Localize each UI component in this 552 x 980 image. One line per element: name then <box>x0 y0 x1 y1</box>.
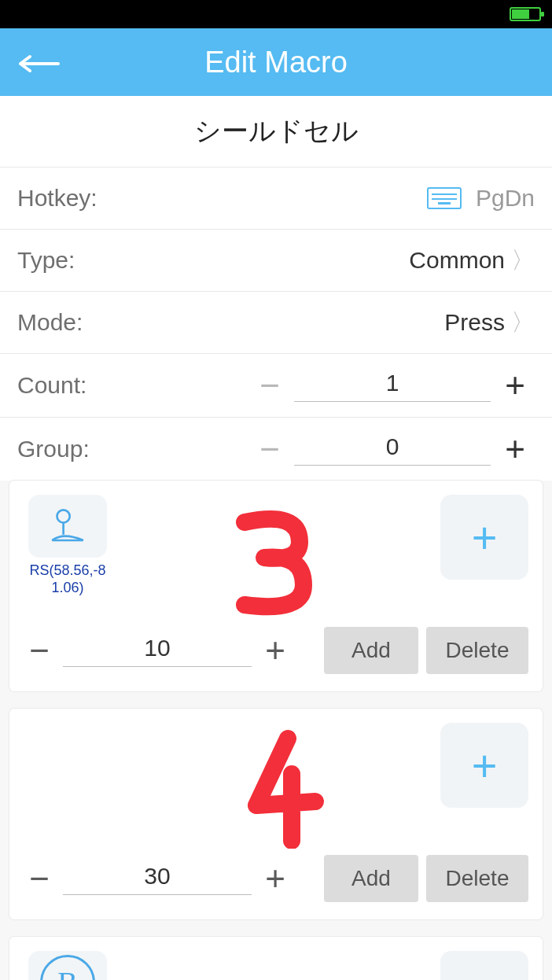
delay-plus-button[interactable]: + <box>259 631 291 670</box>
type-label: Type: <box>17 247 75 274</box>
count-row: Count: − 1 + <box>0 354 552 417</box>
count-value[interactable]: 1 <box>294 370 491 402</box>
step-add-button[interactable]: Add <box>324 855 418 902</box>
group-minus-button[interactable]: − <box>250 429 289 469</box>
step-action-chip[interactable]: RS(58.56,-81.06) <box>24 495 112 596</box>
group-plus-button[interactable]: + <box>495 429 535 469</box>
svg-point-0 <box>57 510 70 522</box>
back-button[interactable] <box>19 46 60 78</box>
delay-minus-button[interactable]: − <box>24 859 55 898</box>
back-arrow-icon <box>19 54 60 73</box>
delay-minus-button[interactable]: − <box>24 631 55 670</box>
keyboard-icon <box>427 187 462 209</box>
chevron-right-icon: 〉 <box>511 307 535 339</box>
chevron-right-icon: 〉 <box>511 245 535 277</box>
mode-value: Press <box>444 309 505 336</box>
b-button-icon: B <box>28 951 107 980</box>
step-action-label: RS(58.56,-81.06) <box>24 562 111 596</box>
battery-icon <box>510 7 541 21</box>
group-label: Group: <box>17 436 175 462</box>
mode-row[interactable]: Mode: Press 〉 <box>0 292 552 353</box>
step-add-action-button[interactable]: + <box>440 951 528 980</box>
nav-title: Edit Macro <box>0 46 552 79</box>
group-value[interactable]: 0 <box>294 433 491 466</box>
step-card: B + <box>9 937 543 980</box>
status-bar <box>0 0 552 28</box>
step-card: + − 30 + Add Delete <box>9 709 543 919</box>
delay-value[interactable]: 10 <box>63 635 252 667</box>
count-label: Count: <box>17 372 175 399</box>
hotkey-value: PgDn <box>476 185 535 212</box>
step-add-action-button[interactable]: + <box>440 495 528 580</box>
joystick-icon <box>28 495 107 558</box>
step-add-action-button[interactable]: + <box>440 723 528 808</box>
hotkey-row[interactable]: Hotkey: PgDn <box>0 168 552 229</box>
mode-label: Mode: <box>17 309 83 336</box>
hotkey-label: Hotkey: <box>17 185 98 212</box>
step-card: RS(58.56,-81.06) + − 10 + Add Delete <box>9 481 543 691</box>
group-row: Group: − 0 + <box>0 418 552 481</box>
steps-list: RS(58.56,-81.06) + − 10 + Add Delete <box>0 481 552 980</box>
type-value: Common <box>409 247 505 274</box>
type-row[interactable]: Type: Common 〉 <box>0 230 552 291</box>
step-add-button[interactable]: Add <box>324 627 418 674</box>
macro-name: シールドセル <box>0 96 552 167</box>
step-delete-button[interactable]: Delete <box>426 855 528 902</box>
delay-plus-button[interactable]: + <box>259 859 291 898</box>
nav-bar: Edit Macro <box>0 28 552 96</box>
user-annotation <box>112 723 440 849</box>
user-annotation <box>112 495 440 621</box>
count-minus-button[interactable]: − <box>250 366 289 405</box>
count-plus-button[interactable]: + <box>495 366 535 405</box>
delay-value[interactable]: 30 <box>63 863 252 895</box>
step-delete-button[interactable]: Delete <box>426 627 528 674</box>
step-action-chip[interactable]: B <box>24 951 112 980</box>
